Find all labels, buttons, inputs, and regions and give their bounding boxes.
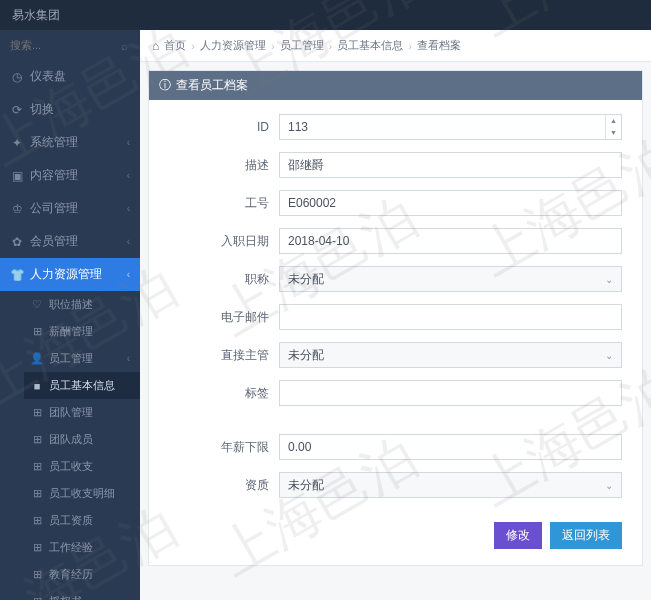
chevron-left-icon: ‹ <box>127 236 130 247</box>
search-input[interactable] <box>10 39 130 51</box>
sidebar-sub-income[interactable]: ⊞ 员工收支 <box>24 453 140 480</box>
input-tag[interactable] <box>279 380 622 406</box>
sidebar-sub-employee[interactable]: 👤 员工管理 ‹ <box>24 345 140 372</box>
sidebar-item-label: 团队管理 <box>49 405 93 420</box>
select-qual-value: 未分配 <box>288 477 324 494</box>
sidebar-item-member[interactable]: ✿ 会员管理 ‹ <box>0 225 140 258</box>
sidebar-item-label: 工作经验 <box>49 540 93 555</box>
sidebar-sub-employee-basic[interactable]: ■ 员工基本信息 <box>24 372 140 399</box>
form-row-desc: 描述 <box>169 152 622 178</box>
number-spinner[interactable]: ▲▼ <box>605 115 621 139</box>
sidebar-item-label: 教育经历 <box>49 567 93 582</box>
form-row-empno: 工号 <box>169 190 622 216</box>
sidebar-item-system[interactable]: ✦ 系统管理 ‹ <box>0 126 140 159</box>
chevron-down-icon: ⌄ <box>605 274 613 285</box>
input-desc[interactable] <box>279 152 622 178</box>
square-icon: ■ <box>30 380 44 392</box>
breadcrumb-sep: › <box>191 40 195 52</box>
form-row-salary: 年薪下限 <box>169 434 622 460</box>
switch-icon: ⟳ <box>10 103 24 117</box>
back-button[interactable]: 返回列表 <box>550 522 622 549</box>
chevron-left-icon: ‹ <box>127 269 130 280</box>
select-title[interactable]: 未分配 ⌄ <box>279 266 622 292</box>
sidebar-sub-hr: ♡ 职位描述 ⊞ 薪酬管理 👤 员工管理 ‹ ■ 员工基本信息 ⊞ 团队管理 ⊞ <box>0 291 140 600</box>
grid-icon: ⊞ <box>30 487 44 500</box>
input-id-value: 113 <box>280 120 605 134</box>
sidebar-item-content[interactable]: ▣ 内容管理 ‹ <box>0 159 140 192</box>
form-row-supervisor: 直接主管 未分配 ⌄ <box>169 342 622 368</box>
breadcrumb-home[interactable]: 首页 <box>164 38 186 53</box>
sidebar-item-label: 团队成员 <box>49 432 93 447</box>
sidebar-sub-auth[interactable]: ⊞ 授权书 <box>24 588 140 600</box>
sidebar-item-label: 人力资源管理 <box>30 266 102 283</box>
dashboard-icon: ◷ <box>10 70 24 84</box>
sidebar-sub-team-member[interactable]: ⊞ 团队成员 <box>24 426 140 453</box>
sidebar-sub-qualification[interactable]: ⊞ 员工资质 <box>24 507 140 534</box>
select-supervisor[interactable]: 未分配 ⌄ <box>279 342 622 368</box>
search-icon[interactable]: ⌕ <box>121 40 128 52</box>
info-icon: ⓘ <box>159 77 171 94</box>
spin-down-icon[interactable]: ▼ <box>606 127 621 139</box>
spin-up-icon[interactable]: ▲ <box>606 115 621 127</box>
chevron-left-icon: ‹ <box>127 203 130 214</box>
breadcrumb-sep: › <box>271 40 275 52</box>
sidebar-item-label: 员工资质 <box>49 513 93 528</box>
label-empno: 工号 <box>169 195 279 212</box>
sidebar-sub-jobdesc[interactable]: ♡ 职位描述 <box>24 291 140 318</box>
sidebar-item-label: 系统管理 <box>30 134 78 151</box>
edit-button[interactable]: 修改 <box>494 522 542 549</box>
grid-icon: ⊞ <box>30 433 44 446</box>
breadcrumb-item[interactable]: 员工管理 <box>280 38 324 53</box>
label-hiredate: 入职日期 <box>169 233 279 250</box>
content-icon: ▣ <box>10 169 24 183</box>
sidebar-item-company[interactable]: ♔ 公司管理 ‹ <box>0 192 140 225</box>
topbar: 易水集团 <box>0 0 651 30</box>
select-qual[interactable]: 未分配 ⌄ <box>279 472 622 498</box>
sidebar-sub-salary[interactable]: ⊞ 薪酬管理 <box>24 318 140 345</box>
label-title: 职称 <box>169 271 279 288</box>
breadcrumb-item: 查看档案 <box>417 38 461 53</box>
sidebar-sub-team[interactable]: ⊞ 团队管理 <box>24 399 140 426</box>
input-empno[interactable] <box>279 190 622 216</box>
label-qual: 资质 <box>169 477 279 494</box>
sidebar-item-label: 授权书 <box>49 594 82 600</box>
input-salary[interactable] <box>279 434 622 460</box>
label-id: ID <box>169 120 279 134</box>
sidebar-item-label: 员工收支 <box>49 459 93 474</box>
sidebar-sub-education[interactable]: ⊞ 教育经历 <box>24 561 140 588</box>
sidebar-sub-experience[interactable]: ⊞ 工作经验 <box>24 534 140 561</box>
sidebar-sub-income-detail[interactable]: ⊞ 员工收支明细 <box>24 480 140 507</box>
sidebar-item-label: 公司管理 <box>30 200 78 217</box>
main-content: ⌂ 首页 › 人力资源管理 › 员工管理 › 员工基本信息 › 查看档案 ⓘ 查… <box>140 30 651 600</box>
sidebar-item-label: 薪酬管理 <box>49 324 93 339</box>
sidebar-item-dashboard[interactable]: ◷ 仪表盘 <box>0 60 140 93</box>
home-icon[interactable]: ⌂ <box>152 39 159 53</box>
form-row-title: 职称 未分配 ⌄ <box>169 266 622 292</box>
sidebar-item-hr[interactable]: 👕 人力资源管理 ‹ <box>0 258 140 291</box>
user-icon: 👤 <box>30 352 44 365</box>
sidebar-item-label: 仪表盘 <box>30 68 66 85</box>
label-supervisor: 直接主管 <box>169 347 279 364</box>
input-hiredate[interactable] <box>279 228 622 254</box>
breadcrumb-item[interactable]: 员工基本信息 <box>337 38 403 53</box>
brand-title: 易水集团 <box>12 7 60 24</box>
sidebar-item-switch[interactable]: ⟳ 切换 <box>0 93 140 126</box>
sidebar-item-label: 会员管理 <box>30 233 78 250</box>
grid-icon: ⊞ <box>30 406 44 419</box>
sidebar-item-label: 员工收支明细 <box>49 486 115 501</box>
select-title-value: 未分配 <box>288 271 324 288</box>
chevron-down-icon: ⌄ <box>605 480 613 491</box>
grid-icon: ⊞ <box>30 460 44 473</box>
label-email: 电子邮件 <box>169 309 279 326</box>
label-salary: 年薪下限 <box>169 439 279 456</box>
breadcrumb-item[interactable]: 人力资源管理 <box>200 38 266 53</box>
form-row-id: ID 113 ▲▼ <box>169 114 622 140</box>
grid-icon: ⊞ <box>30 514 44 527</box>
sidebar-item-label: 职位描述 <box>49 297 93 312</box>
breadcrumb: ⌂ 首页 › 人力资源管理 › 员工管理 › 员工基本信息 › 查看档案 <box>140 30 651 62</box>
input-email[interactable] <box>279 304 622 330</box>
panel: ⓘ 查看员工档案 ID 113 ▲▼ 描述 工号 <box>148 70 643 566</box>
input-id[interactable]: 113 ▲▼ <box>279 114 622 140</box>
hr-icon: 👕 <box>10 268 24 282</box>
select-supervisor-value: 未分配 <box>288 347 324 364</box>
